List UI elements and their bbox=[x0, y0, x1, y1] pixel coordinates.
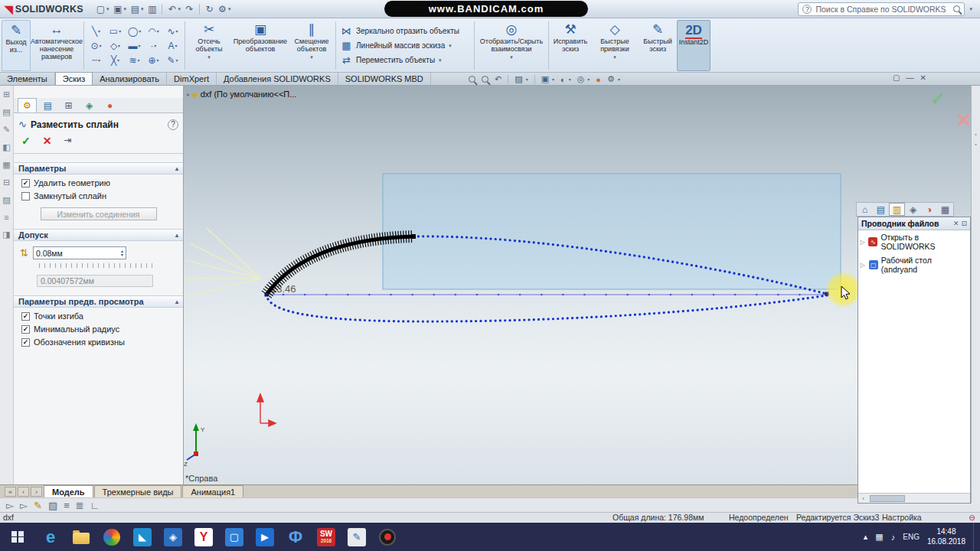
file-explorer-taskbar-icon[interactable] bbox=[66, 523, 96, 551]
strip-handle-icon[interactable]: ▪ bbox=[975, 132, 976, 137]
restore-window-icon[interactable]: ▢ bbox=[893, 73, 900, 82]
selection-rectangle[interactable] bbox=[383, 174, 841, 289]
image-viewer-icon[interactable]: ▢ bbox=[219, 523, 250, 551]
strip-handle-icon[interactable]: ▪ bbox=[975, 142, 976, 147]
repair-sketch-button[interactable]: ⚒ Исправить эскиз bbox=[550, 20, 591, 71]
search-icon[interactable] bbox=[953, 5, 960, 12]
show-desktop-button[interactable] bbox=[973, 523, 977, 551]
solidworks-taskbar-icon[interactable]: SW 2016 bbox=[311, 523, 341, 551]
left-tool-icon[interactable]: ⊟ bbox=[3, 178, 10, 187]
tab-display-manager[interactable]: ● bbox=[100, 99, 119, 112]
move-entities-button[interactable]: ⇄ Переместить объекты ▾ bbox=[341, 54, 469, 66]
status-custom[interactable]: Настройка bbox=[882, 513, 922, 522]
filter-pencil-icon[interactable]: ✎ bbox=[34, 500, 42, 511]
checkbox-box[interactable]: ✓ bbox=[21, 325, 30, 334]
left-tool-icon[interactable]: ▦ bbox=[2, 160, 10, 170]
tab-dimxpert[interactable]: DimXpert bbox=[167, 73, 217, 85]
media-player-icon[interactable]: ▶ bbox=[250, 523, 280, 551]
options-gear-button[interactable]: ⚙ bbox=[216, 2, 229, 16]
centerline-tool-button[interactable]: ┄▾ bbox=[87, 53, 106, 67]
chevron-down-icon[interactable]: ▾ bbox=[141, 6, 144, 12]
checkbox-minimum-radius[interactable]: ✓ Минимальный радиус bbox=[14, 321, 183, 334]
save-button[interactable]: ▤ bbox=[129, 2, 142, 16]
checkbox-closed-spline[interactable]: Замкнутый сплайн bbox=[14, 187, 183, 201]
tolerance-input[interactable]: 0.08мм ▴ ▾ bbox=[33, 246, 126, 259]
tray-app-icon[interactable]: ▦ bbox=[875, 532, 883, 542]
checkbox-box[interactable]: ✓ bbox=[21, 179, 30, 187]
section-preview-options[interactable]: Параметры предв. просмотра ▴ bbox=[14, 295, 183, 308]
tab-file-explorer[interactable]: ▥ bbox=[889, 203, 905, 216]
checkbox-box[interactable] bbox=[21, 192, 30, 201]
checkbox-inflection-points[interactable]: ✓ Точки изгиба bbox=[14, 308, 183, 321]
smart-dimension-button[interactable]: ↔ Автоматическое нанесение размеров bbox=[31, 20, 83, 71]
tab-dimxpert-manager[interactable]: ◈ bbox=[80, 99, 99, 112]
phi-app-icon[interactable]: Φ bbox=[280, 523, 311, 551]
arc-tool-button[interactable]: ◠▾ bbox=[144, 24, 163, 38]
slot-tool-button[interactable]: ⊙▾ bbox=[87, 38, 106, 53]
edit-appearance-icon[interactable]: ● bbox=[596, 75, 601, 84]
section-parameters[interactable]: Параметры ▴ bbox=[14, 162, 183, 174]
scroll-left-icon[interactable]: ‹ bbox=[858, 495, 868, 502]
filter-ruler-icon[interactable]: ∟ bbox=[90, 500, 100, 511]
clock[interactable]: 14:48 16.08.2018 bbox=[927, 527, 965, 546]
new-document-button[interactable]: ▢ bbox=[94, 2, 107, 16]
tab-resources[interactable]: ⌂ bbox=[857, 203, 873, 216]
tab-configuration-manager[interactable]: ⊞ bbox=[59, 99, 78, 112]
expand-icon[interactable]: ▷ bbox=[860, 262, 866, 269]
checkbox-delete-geometry[interactable]: ✓ Удалить геометрию bbox=[14, 174, 183, 187]
rebuild-button[interactable]: ↻ bbox=[203, 2, 216, 16]
pin-button[interactable]: ⇥ bbox=[64, 135, 71, 147]
view-orientation-icon[interactable]: ▣ bbox=[541, 74, 549, 84]
tab-feature-manager[interactable]: ▤ bbox=[38, 99, 57, 112]
left-tool-icon[interactable]: ◨ bbox=[2, 230, 10, 240]
filter-list-icon[interactable]: ≡ bbox=[64, 500, 70, 511]
tab-addins[interactable]: Добавления SOLIDWORKS bbox=[217, 73, 338, 85]
checkbox-box[interactable]: ✓ bbox=[21, 338, 30, 347]
left-tool-icon[interactable]: ≡ bbox=[4, 213, 8, 222]
graphics-viewport[interactable]: 23.46 Y bbox=[184, 86, 971, 484]
tree-item-open-in-solidworks[interactable]: ▷ ∿ Открыть в SOLIDWORKS bbox=[858, 230, 970, 253]
store-app-icon[interactable]: ◈ bbox=[158, 523, 188, 551]
tab-features[interactable]: Элементы bbox=[0, 73, 55, 85]
display-relations-button[interactable]: ◎ Отобразить/Скрыть взаимосвязи ▾ bbox=[475, 20, 547, 71]
confirmation-cancel-icon[interactable]: ✕ bbox=[956, 109, 972, 132]
tab-scroll-first-button[interactable]: « bbox=[5, 487, 16, 497]
confirmation-accept-icon[interactable]: ✓ bbox=[930, 88, 946, 109]
tray-expand-icon[interactable]: ▴ bbox=[864, 532, 868, 542]
scrollbar-thumb[interactable] bbox=[870, 495, 905, 502]
edge-browser-icon[interactable]: e bbox=[35, 523, 66, 551]
spline-lower-curve[interactable] bbox=[266, 295, 827, 321]
tab-animation1[interactable]: Анимация1 bbox=[182, 485, 243, 497]
chevron-right-icon[interactable]: ▸ bbox=[187, 91, 190, 98]
tab-property-manager[interactable]: ⚙ bbox=[18, 98, 37, 112]
print-button[interactable]: ▥ bbox=[145, 2, 158, 16]
sketch-pencil-button[interactable]: ✎▾ bbox=[163, 53, 182, 67]
section-view-icon[interactable]: ▨ bbox=[514, 74, 522, 84]
left-tool-icon[interactable]: ◧ bbox=[2, 142, 10, 152]
chevron-down-icon[interactable]: ▾ bbox=[123, 6, 126, 12]
text-tool-button[interactable]: A▾ bbox=[163, 38, 182, 53]
polygon-tool-button[interactable]: ◇▾ bbox=[106, 38, 125, 53]
help-search-input[interactable]: ? Поиск в Справке по SOLIDWORKS bbox=[798, 2, 965, 16]
paint-app-icon[interactable]: ✎ bbox=[341, 523, 372, 551]
spinner-down-icon[interactable]: ▾ bbox=[121, 253, 123, 257]
previous-view-icon[interactable]: ↶ bbox=[495, 74, 501, 84]
photos-app-icon[interactable]: ◣ bbox=[127, 523, 158, 551]
filter-lines-icon[interactable]: ≣ bbox=[76, 500, 84, 511]
trim-entities-button[interactable]: ✂ Отсечь объекты ▾ bbox=[186, 20, 232, 71]
display-style-icon[interactable]: ◐ bbox=[560, 75, 566, 84]
instant2d-button[interactable]: 2D Instant2D bbox=[677, 20, 710, 71]
construction-tool-button[interactable]: ╳▾ bbox=[106, 53, 125, 67]
feature-tree-root-label[interactable]: dxf (По умолчанию<<П... bbox=[201, 90, 297, 99]
tab-mbd[interactable]: SOLIDWORKS MBD bbox=[338, 73, 431, 85]
mirror-entities-button[interactable]: ⋈ Зеркально отразить объекты bbox=[341, 25, 469, 37]
tab-scroll-right-button[interactable]: › bbox=[31, 487, 42, 497]
left-tool-icon[interactable]: ▤ bbox=[2, 107, 10, 117]
undo-button[interactable]: ↶ bbox=[165, 2, 178, 16]
checkbox-curvature-combs[interactable]: ✓ Обозначения кривизны bbox=[14, 334, 183, 347]
chevron-down-icon[interactable]: ▾ bbox=[228, 6, 231, 12]
checkbox-box[interactable]: ✓ bbox=[21, 312, 30, 321]
minimize-window-icon[interactable]: — bbox=[906, 73, 913, 82]
linear-pattern-button[interactable]: ▦ Линейный массив эскиза ▾ bbox=[341, 40, 469, 51]
view-settings-icon[interactable]: ⚙ bbox=[607, 74, 615, 84]
